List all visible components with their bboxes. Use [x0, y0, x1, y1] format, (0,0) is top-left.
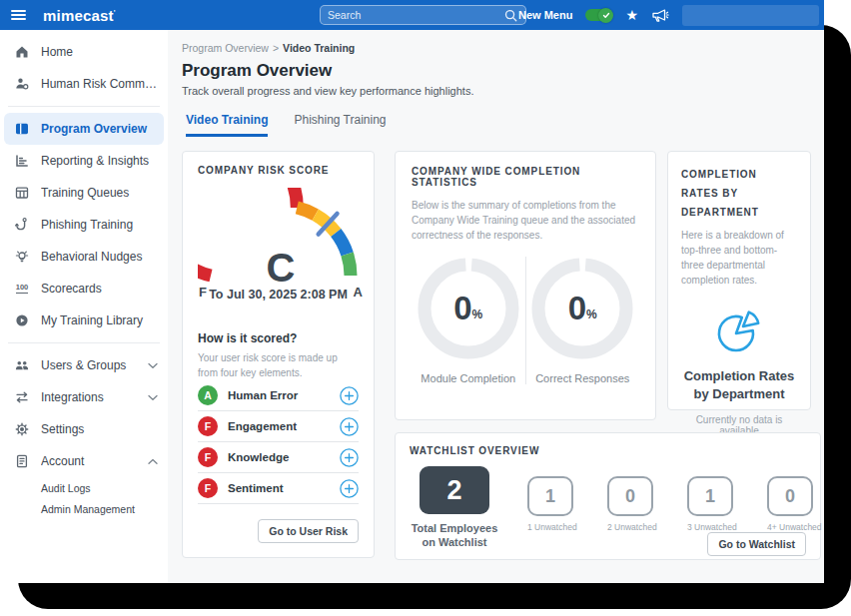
donut-label: Correct Responses	[535, 372, 629, 384]
card-header: COMPANY RISK SCORE	[198, 165, 359, 176]
go-to-watchlist-button[interactable]: Go to Watchlist	[707, 532, 806, 556]
gear-icon	[14, 421, 30, 437]
department-description: Here is a breakdown of top-three and bot…	[681, 228, 797, 288]
bucket-label: 3 Unwatched	[687, 522, 733, 532]
sidebar-item-training-queues[interactable]: Training Queues	[0, 177, 168, 209]
megaphone-icon[interactable]	[651, 7, 669, 23]
app-window: mimecast' New Menu ★ Home	[0, 0, 824, 583]
sidebar-item-program-overview[interactable]: Program Overview	[4, 113, 164, 145]
page-subtitle: Track overall progress and view key perf…	[168, 81, 824, 97]
integrations-icon	[14, 389, 30, 405]
global-search[interactable]	[320, 5, 526, 25]
department-rates-card: COMPLETION RATES BY DEPARTMENT Here is a…	[667, 151, 811, 410]
home-icon	[14, 44, 30, 60]
risk-gauge: C	[198, 188, 364, 283]
risk-element-row: F Knowledge	[198, 442, 359, 473]
top-navigation-bar: mimecast' New Menu ★	[0, 0, 824, 30]
watchlist-total-count[interactable]: 2	[420, 466, 489, 514]
sidebar-item-settings[interactable]: Settings	[0, 413, 168, 445]
score-100-icon: 100	[14, 281, 30, 297]
correct-responses-donut: 0 % Correct Responses	[526, 257, 640, 384]
search-icon	[503, 8, 518, 23]
module-completion-donut: 0 % Module Completion	[412, 257, 526, 384]
lightbulb-icon	[14, 249, 30, 265]
sidebar-item-human-risk-command-center[interactable]: Human Risk Command Ce...	[0, 68, 168, 100]
bucket-label: 2 Unwatched	[607, 522, 653, 532]
main-content: Program Overview>Video Training Program …	[168, 30, 824, 583]
play-circle-icon	[14, 312, 30, 328]
breadcrumb-current: Video Training	[283, 42, 355, 54]
breadcrumb: Program Overview>Video Training	[168, 30, 824, 54]
risk-element-row: F Engagement	[198, 411, 359, 442]
sidebar-item-home[interactable]: Home	[0, 36, 168, 68]
sidebar-item-label: Account	[41, 454, 148, 468]
screenshot-stage: mimecast' New Menu ★ Home	[0, 0, 851, 616]
sidebar-subitem-label: Audit Logs	[41, 482, 91, 494]
expand-plus-icon[interactable]	[340, 417, 359, 436]
new-menu-label: New Menu	[518, 9, 572, 21]
mimecast-logo: mimecast'	[43, 7, 116, 24]
sidebar-item-label: Training Queues	[41, 186, 158, 200]
sidebar-item-integrations[interactable]: Integrations	[0, 381, 168, 413]
bucket-count[interactable]: 1	[527, 476, 573, 516]
card-header: WATCHLIST OVERVIEW	[410, 445, 806, 456]
users-groups-icon	[14, 357, 30, 373]
grade-badge: F	[198, 416, 218, 436]
sidebar-item-scorecards[interactable]: 100 Scorecards	[0, 273, 168, 305]
bucket-label: 1 Unwatched	[527, 522, 573, 532]
tab-video-training[interactable]: Video Training	[186, 113, 268, 137]
risk-element-label: Sentiment	[228, 482, 340, 494]
table-icon	[14, 185, 30, 201]
bucket-count[interactable]: 0	[607, 476, 653, 516]
new-menu-toggle[interactable]	[585, 9, 612, 21]
sidebar-item-account[interactable]: Account	[0, 445, 168, 477]
donut-unit: %	[586, 308, 597, 321]
grade-badge: F	[198, 478, 218, 498]
tab-phishing-training[interactable]: Phishing Training	[294, 113, 386, 137]
risk-element-label: Engagement	[228, 420, 340, 432]
search-input[interactable]	[328, 9, 503, 21]
expand-plus-icon[interactable]	[340, 479, 359, 498]
sidebar-subitem-admin-management[interactable]: Admin Management	[0, 498, 168, 519]
go-to-user-risk-button[interactable]: Go to User Risk	[258, 519, 359, 543]
sidebar-item-my-training-library[interactable]: My Training Library	[0, 305, 168, 336]
report-chart-icon	[14, 153, 30, 169]
sidebar-subitem-audit-logs[interactable]: Audit Logs	[0, 477, 168, 498]
sidebar-item-phishing-training[interactable]: Phishing Training	[0, 209, 168, 241]
watchlist-bucket-4plus: 0 4+ Unwatched	[767, 476, 813, 532]
bucket-count[interactable]: 1	[687, 476, 733, 516]
how-scored-text: Your user risk score is made up from fou…	[198, 351, 359, 380]
grade-badge: F	[198, 447, 218, 467]
risk-element-label: Human Error	[228, 389, 340, 401]
sidebar-item-behavioral-nudges[interactable]: Behavioral Nudges	[0, 241, 168, 273]
sidebar-item-users-groups[interactable]: Users & Groups	[0, 349, 168, 381]
bucket-count[interactable]: 0	[767, 476, 813, 516]
watchlist-bucket-3: 1 3 Unwatched	[687, 476, 733, 532]
sidebar-item-label: Settings	[41, 422, 158, 436]
expand-plus-icon[interactable]	[340, 386, 359, 405]
sidebar-divider	[8, 106, 160, 107]
sidebar-item-label: Home	[41, 45, 158, 59]
completion-description: Below is the summary of completions from…	[412, 198, 639, 243]
sidebar-navigation: Home Human Risk Command Ce... Program Ov…	[0, 30, 168, 583]
topbar-right-cluster: New Menu ★	[518, 0, 819, 30]
breadcrumb-parent[interactable]: Program Overview	[182, 42, 269, 54]
hamburger-menu-icon[interactable]	[11, 10, 26, 21]
account-area[interactable]	[682, 5, 819, 26]
grade-badge: A	[198, 385, 218, 405]
expand-plus-icon[interactable]	[340, 448, 359, 467]
donut-value: 0	[453, 290, 471, 327]
risk-grade-letter: C	[267, 246, 296, 291]
sidebar-item-label: Program Overview	[41, 122, 154, 136]
chevron-down-icon	[148, 362, 158, 369]
favorites-star-icon[interactable]: ★	[625, 8, 638, 22]
toggle-check-icon	[598, 8, 613, 23]
sidebar-item-reporting-insights[interactable]: Reporting & Insights	[0, 145, 168, 177]
donut-value: 0	[568, 290, 586, 327]
donut-label: Module Completion	[421, 372, 515, 384]
sidebar-item-label: Phishing Training	[41, 218, 158, 232]
completion-statistics-card: COMPANY WIDE COMPLETION STATISTICS Below…	[395, 151, 656, 420]
sidebar-item-label: Users & Groups	[41, 358, 148, 372]
sidebar-item-label: Reporting & Insights	[41, 154, 158, 168]
bucket-label: 4+ Unwatched	[767, 522, 813, 532]
